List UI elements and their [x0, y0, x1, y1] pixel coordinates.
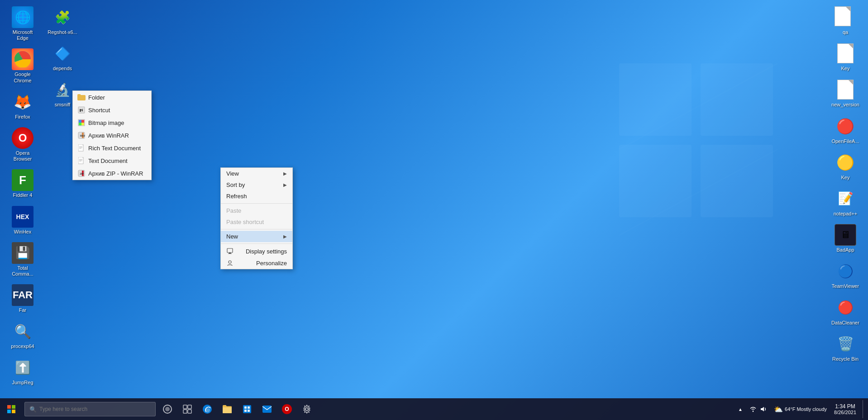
taskbar-cortana[interactable]: [157, 398, 177, 420]
desktop-icon-datacleaner[interactable]: 🔴 DataCleaner: [827, 295, 863, 328]
chevron-right-icon: ▶: [283, 182, 287, 187]
submenu-new-zip[interactable]: ZIP Архив ZIP - WinRAR: [73, 167, 151, 180]
desktop-icon-openfileapp[interactable]: 🔴 OpenFileA...: [827, 114, 863, 146]
bitmap-icon: [77, 119, 86, 127]
context-menu-personalize[interactable]: Personalize: [221, 257, 292, 269]
context-menu-refresh[interactable]: Refresh: [221, 191, 292, 202]
display-settings-icon: [226, 248, 234, 255]
submenu-new-winrar-label: Архив WinRAR: [88, 132, 129, 139]
desktop-icon-notepadpp[interactable]: 📝 notepad++: [827, 186, 863, 219]
desktop-icons-right: qa Key new_version 🔴 OpenFileA...: [827, 5, 863, 364]
svg-point-53: [753, 411, 754, 412]
submenu-new-winrar[interactable]: RAR Архив WinRAR: [73, 129, 151, 142]
svg-rect-27: [78, 157, 83, 164]
svg-rect-35: [7, 405, 11, 409]
taskbar-clock[interactable]: 1:34 PM 8/26/2021: [831, 403, 859, 415]
taskbar-edge[interactable]: [197, 398, 217, 420]
system-tray-expand[interactable]: ▲: [736, 405, 745, 414]
context-menu-divider-1: [221, 203, 292, 204]
submenu-new-rtf[interactable]: Rich Text Document: [73, 142, 151, 154]
submenu-new-folder[interactable]: Folder: [73, 91, 151, 104]
submenu-new-shortcut[interactable]: Shortcut: [73, 104, 151, 116]
desktop[interactable]: 🌐 Microsoft Edge GoogleChrome 🦊 F: [0, 0, 868, 420]
desktop-icon-opera[interactable]: O OperaBrowser: [5, 125, 41, 164]
svg-rect-43: [183, 410, 187, 413]
search-icon: 🔍: [29, 406, 37, 413]
zip-icon: ZIP: [77, 169, 86, 177]
desktop-icon-totalcommander[interactable]: 💾 TotalComma...: [5, 240, 41, 279]
svg-rect-36: [12, 405, 15, 409]
svg-point-40: [165, 407, 170, 411]
taskbar-file-explorer[interactable]: [217, 398, 237, 420]
winrar-icon: RAR: [77, 131, 86, 139]
chevron-right-icon: ▶: [283, 234, 287, 239]
svg-rect-47: [244, 406, 247, 409]
svg-rect-37: [7, 410, 11, 413]
desktop-icon-qa[interactable]: qa: [827, 5, 863, 37]
desktop-icon-new-version[interactable]: new_version: [827, 77, 863, 110]
desktop-icon-badapp[interactable]: 🖥 BadApp: [827, 222, 863, 255]
desktop-icon-regshot[interactable]: 🧩 Regshot-x6...: [44, 5, 81, 37]
submenu-new-bitmap[interactable]: Bitmap image: [73, 116, 151, 129]
desktop-icon-key[interactable]: Key: [827, 41, 863, 73]
svg-rect-16: [81, 120, 84, 123]
desktop-icon-edge[interactable]: 🌐 Microsoft Edge: [5, 5, 41, 43]
svg-rect-44: [188, 410, 191, 413]
desktop-icon-teamviewer[interactable]: 🔵 TeamViewer: [827, 258, 863, 291]
svg-rect-0: [619, 63, 692, 136]
desktop-icon-depends[interactable]: 🔷 depends: [44, 41, 81, 73]
context-menu-sort-by[interactable]: Sort by ▶: [221, 179, 292, 191]
submenu-new-shortcut-label: Shortcut: [88, 107, 110, 114]
txt-icon: [77, 157, 86, 165]
context-menu-new[interactable]: New ▶: [221, 231, 292, 242]
desktop-icon-far[interactable]: FAR Far: [5, 282, 41, 315]
desktop-icons-left: 🌐 Microsoft Edge GoogleChrome 🦊 F: [5, 5, 77, 397]
taskbar: 🔍: [0, 398, 868, 420]
chevron-right-icon: ▶: [283, 171, 287, 176]
taskbar-weather[interactable]: ⛅ 64°F Mostly cloudy: [771, 405, 830, 414]
taskbar-settings[interactable]: [297, 398, 317, 420]
svg-rect-23: [78, 144, 83, 151]
submenu-new-rtf-label: Rich Text Document: [88, 145, 141, 152]
desktop-icon-procexp[interactable]: 🔍 procexp64: [5, 319, 41, 351]
svg-rect-3: [701, 145, 773, 217]
show-desktop-button[interactable]: [863, 400, 864, 418]
svg-text:RAR: RAR: [80, 134, 85, 137]
desktop-icon-winhex[interactable]: HEX WinHex: [5, 204, 41, 237]
taskbar-mail[interactable]: [257, 398, 277, 420]
svg-rect-48: [248, 406, 250, 409]
svg-point-52: [305, 408, 308, 410]
taskbar-search-bar[interactable]: 🔍: [24, 402, 156, 416]
svg-rect-46: [243, 405, 251, 413]
context-menu: View ▶ Sort by ▶ Refresh Paste Paste sho…: [220, 167, 293, 269]
desktop-icon-recycle-bin[interactable]: 🗑️ Recycle Bin: [827, 331, 863, 364]
svg-rect-10: [229, 253, 231, 253]
context-menu-paste: Paste: [221, 205, 292, 216]
taskbar-task-view[interactable]: [177, 398, 197, 420]
context-menu-view[interactable]: View ▶: [221, 168, 292, 179]
submenu-new: Folder Shortcut Bitmap imag: [72, 91, 152, 180]
rtf-icon: [77, 144, 86, 152]
svg-rect-42: [188, 405, 191, 409]
desktop-icon-firefox[interactable]: 🦊 Firefox: [5, 89, 41, 122]
taskbar-store[interactable]: [237, 398, 257, 420]
svg-rect-2: [619, 145, 692, 217]
svg-text:ZIP: ZIP: [80, 172, 84, 175]
start-button[interactable]: [0, 398, 23, 420]
network-icon[interactable]: [749, 405, 758, 414]
taskbar-right-area: ▲ ⛅ 64°F Mostly cloudy: [732, 398, 868, 420]
context-menu-display-settings[interactable]: Display settings: [221, 245, 292, 257]
desktop-icon-key2[interactable]: 🟡 Key: [827, 150, 863, 182]
submenu-new-txt[interactable]: Text Document: [73, 154, 151, 167]
search-input[interactable]: [39, 406, 151, 412]
submenu-new-bitmap-label: Bitmap image: [88, 119, 124, 126]
desktop-icon-jumpreg[interactable]: ⬆️ JumpReg: [5, 355, 41, 387]
svg-rect-15: [79, 120, 81, 123]
svg-rect-18: [81, 123, 84, 125]
taskbar-opera[interactable]: O: [277, 398, 297, 420]
submenu-new-folder-label: Folder: [88, 94, 105, 101]
desktop-icon-chrome[interactable]: GoogleChrome: [5, 47, 41, 85]
desktop-icon-fiddler[interactable]: F Fiddler 4: [5, 167, 41, 200]
svg-rect-50: [248, 410, 250, 412]
volume-icon[interactable]: [758, 405, 768, 414]
